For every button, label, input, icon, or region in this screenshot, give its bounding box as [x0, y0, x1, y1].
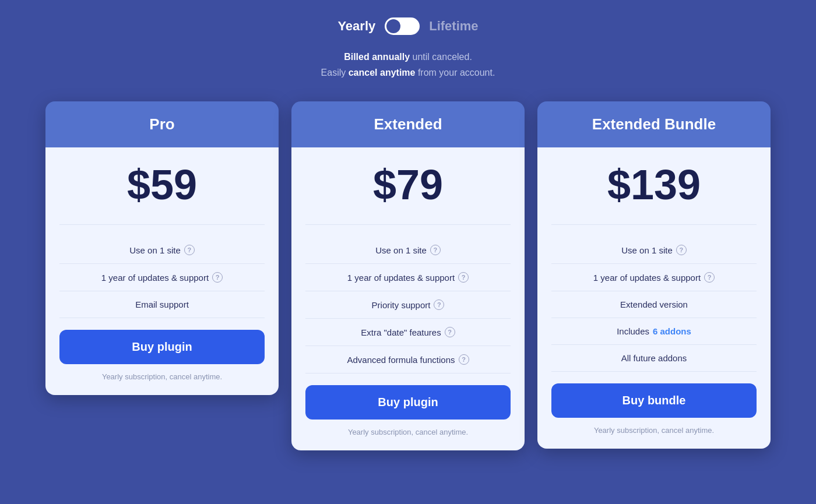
- extended-feature-4-help-icon[interactable]: ?: [459, 354, 469, 365]
- cancel-anytime-text: cancel anytime: [349, 68, 416, 77]
- extended-feature-1: 1 year of updates & support?: [305, 264, 511, 291]
- extended-feature-3-text: Extra "date" features: [361, 327, 441, 337]
- billing-line2: Easily cancel anytime from your account.: [321, 65, 495, 80]
- bundle-feature-1-text: 1 year of updates & support: [593, 273, 701, 283]
- extended-feature-2: Priority support?: [305, 291, 511, 319]
- pricing-cards-container: Pro$59Use on 1 site?1 year of updates & …: [29, 101, 787, 450]
- pro-feature-1-text: 1 year of updates & support: [101, 273, 209, 283]
- billing-toggle-row: Yearly Lifetime: [337, 17, 478, 35]
- billing-line2-start: Easily: [321, 68, 349, 77]
- pricing-card-pro: Pro$59Use on 1 site?1 year of updates & …: [45, 101, 279, 395]
- pro-buy-button[interactable]: Buy plugin: [59, 330, 265, 364]
- bundle-cancel-note: Yearly subscription, cancel anytime.: [551, 426, 757, 435]
- bundle-price: $139: [551, 164, 757, 206]
- billing-line1: Billed annually until canceled.: [321, 49, 495, 65]
- extended-price-section: $79: [305, 164, 511, 225]
- pro-cancel-note: Yearly subscription, cancel anytime.: [59, 372, 265, 381]
- extended-feature-2-text: Priority support: [372, 300, 431, 310]
- bundle-feature-2: Extended version: [551, 291, 757, 318]
- extended-feature-4-text: Advanced formula functions: [347, 355, 455, 365]
- extended-price: $79: [305, 164, 511, 206]
- bundle-feature-1: 1 year of updates & support?: [551, 264, 757, 291]
- bundle-card-body: $139Use on 1 site?1 year of updates & su…: [537, 147, 771, 449]
- pro-price: $59: [59, 164, 265, 206]
- extended-feature-0-text: Use on 1 site: [375, 245, 427, 255]
- billing-line2-end: from your account.: [415, 68, 495, 77]
- pro-price-section: $59: [59, 164, 265, 225]
- extended-feature-0: Use on 1 site?: [305, 237, 511, 264]
- bundle-button-area: Buy bundleYearly subscription, cancel an…: [551, 383, 757, 435]
- extended-buy-button[interactable]: Buy plugin: [305, 385, 511, 420]
- extended-button-area: Buy pluginYearly subscription, cancel an…: [305, 385, 511, 436]
- lifetime-label: Lifetime: [429, 19, 478, 34]
- pricing-card-bundle: Extended Bundle$139Use on 1 site?1 year …: [537, 101, 771, 449]
- pro-feature-1-help-icon[interactable]: ?: [212, 272, 223, 283]
- billed-annually-text: Billed annually: [344, 52, 410, 62]
- bundle-price-section: $139: [551, 164, 757, 225]
- pro-plan-name: Pro: [57, 115, 267, 133]
- extended-feature-0-help-icon[interactable]: ?: [430, 245, 441, 255]
- extended-card-header: Extended: [291, 101, 525, 147]
- bundle-card-header: Extended Bundle: [537, 101, 771, 147]
- extended-feature-1-help-icon[interactable]: ?: [458, 272, 469, 283]
- extended-feature-3-help-icon[interactable]: ?: [445, 327, 455, 337]
- extended-feature-2-help-icon[interactable]: ?: [434, 299, 444, 310]
- extended-feature-3: Extra "date" features?: [305, 319, 511, 346]
- bundle-feature-0: Use on 1 site?: [551, 237, 757, 264]
- pro-feature-2-text: Email support: [135, 299, 189, 309]
- pro-card-header: Pro: [45, 101, 279, 147]
- toggle-switch[interactable]: [385, 17, 420, 35]
- pro-feature-1: 1 year of updates & support?: [59, 264, 265, 291]
- bundle-feature-0-help-icon[interactable]: ?: [676, 245, 687, 255]
- toggle-knob: [386, 19, 400, 33]
- bundle-buy-button[interactable]: Buy bundle: [551, 383, 757, 418]
- extended-card-body: $79Use on 1 site?1 year of updates & sup…: [291, 147, 525, 450]
- pro-feature-0-help-icon[interactable]: ?: [184, 245, 195, 255]
- bundle-plan-name: Extended Bundle: [549, 115, 759, 133]
- bundle-feature-3-highlight: 6 addons: [653, 326, 691, 336]
- extended-feature-1-text: 1 year of updates & support: [347, 273, 455, 283]
- bundle-feature-3: Includes 6 addons: [551, 318, 757, 345]
- bundle-feature-4-text: All future addons: [621, 353, 687, 363]
- yearly-label: Yearly: [337, 19, 375, 34]
- extended-plan-name: Extended: [303, 115, 513, 133]
- pro-card-body: $59Use on 1 site?1 year of updates & sup…: [45, 147, 279, 395]
- extended-cancel-note: Yearly subscription, cancel anytime.: [305, 428, 511, 436]
- bundle-feature-3-text: Includes: [617, 326, 649, 336]
- bundle-feature-2-text: Extended version: [620, 299, 688, 309]
- pro-feature-0-text: Use on 1 site: [129, 245, 181, 255]
- billing-line1-rest: until canceled.: [410, 52, 472, 62]
- billing-info: Billed annually until canceled. Easily c…: [321, 49, 495, 80]
- bundle-feature-4: All future addons: [551, 345, 757, 372]
- pro-feature-2: Email support: [59, 291, 265, 318]
- pricing-card-extended: Extended$79Use on 1 site?1 year of updat…: [291, 101, 525, 450]
- bundle-feature-1-help-icon[interactable]: ?: [704, 272, 715, 283]
- pro-button-area: Buy pluginYearly subscription, cancel an…: [59, 330, 265, 381]
- bundle-feature-0-text: Use on 1 site: [621, 245, 673, 255]
- pro-feature-0: Use on 1 site?: [59, 237, 265, 264]
- extended-feature-4: Advanced formula functions?: [305, 346, 511, 373]
